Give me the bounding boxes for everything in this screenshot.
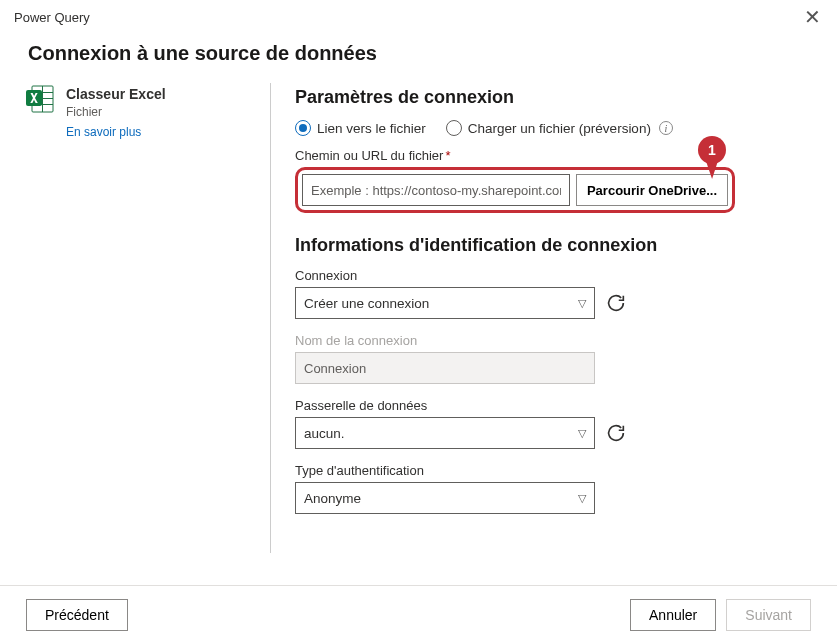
back-button[interactable]: Précédent [26,599,128,631]
radio-link-label: Lien vers le fichier [317,121,426,136]
radio-checked-icon [295,120,311,136]
refresh-icon[interactable] [605,292,627,314]
connection-dropdown[interactable]: Créer une connexion ▽ [295,287,595,319]
annotation-highlight-1: Parcourir OneDrive... 1 [295,167,735,213]
radio-unchecked-icon [446,120,462,136]
svg-rect-4 [42,86,43,112]
required-star: * [445,148,450,163]
radio-link-to-file[interactable]: Lien vers le fichier [295,120,426,136]
auth-type-label: Type d'authentification [295,463,813,478]
connection-label: Connexion [295,268,813,283]
radio-upload-label: Charger un fichier (préversion) [468,121,651,136]
learn-more-link[interactable]: En savoir plus [66,125,166,139]
connector-name: Classeur Excel [66,85,166,103]
refresh-icon[interactable] [605,422,627,444]
connection-name-input [295,352,595,384]
gateway-dropdown[interactable]: aucun. ▽ [295,417,595,449]
connector-sidebar: Classeur Excel Fichier En savoir plus [24,83,246,553]
annotation-number: 1 [698,136,726,164]
annotation-callout-1: 1 [698,136,726,179]
excel-icon [24,83,56,553]
auth-type-dropdown[interactable]: Anonyme ▽ [295,482,595,514]
close-icon[interactable]: ✕ [798,6,827,28]
file-path-label: Chemin ou URL du fichier* [295,148,813,163]
next-button: Suivant [726,599,811,631]
settings-heading: Paramètres de connexion [295,87,813,108]
info-icon[interactable]: i [659,121,673,135]
connection-name-label: Nom de la connexion [295,333,813,348]
vertical-divider [270,83,271,553]
chevron-down-icon: ▽ [578,427,586,440]
gateway-label: Passerelle de données [295,398,813,413]
credentials-heading: Informations d'identification de connexi… [295,235,813,256]
chevron-down-icon: ▽ [578,492,586,505]
gateway-value: aucun. [304,426,345,441]
cancel-button[interactable]: Annuler [630,599,716,631]
auth-type-value: Anonyme [304,491,361,506]
titlebar: Power Query ✕ [0,0,837,28]
dialog-title: Connexion à une source de données [28,42,837,65]
file-path-input[interactable] [302,174,570,206]
dialog-footer: Précédent Annuler Suivant [0,585,837,643]
app-name: Power Query [14,10,90,25]
chevron-down-icon: ▽ [578,297,586,310]
connector-subtitle: Fichier [66,105,166,119]
radio-upload-file[interactable]: Charger un fichier (préversion) i [446,120,673,136]
connection-value: Créer une connexion [304,296,429,311]
